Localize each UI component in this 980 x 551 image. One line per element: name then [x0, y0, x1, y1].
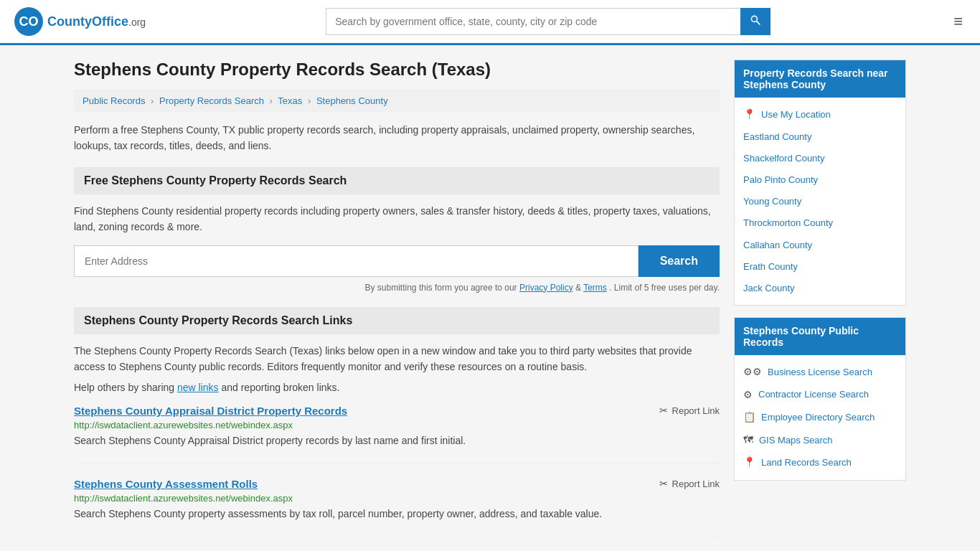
sidebar-item-jack[interactable]: Jack County	[735, 278, 905, 299]
svg-point-2	[752, 16, 758, 22]
links-section-header: Stephens County Property Records Search …	[74, 307, 720, 334]
record-link-item-2: Stephens County Assessment Rolls ✂ Repor…	[74, 478, 720, 537]
address-search-button[interactable]: Search	[639, 245, 720, 277]
address-search-form: Search	[74, 245, 720, 277]
page-title: Stephens County Property Records Search …	[74, 60, 720, 80]
gear-icon: ⚙	[743, 388, 753, 402]
record-desc-2: Search Stephens County property assessme…	[74, 507, 720, 522]
privacy-policy-link[interactable]: Privacy Policy	[519, 283, 573, 293]
header-search-button[interactable]	[740, 8, 771, 35]
svg-line-3	[757, 22, 760, 25]
public-records-list: ⚙⚙ Business License Search ⚙ Contractor …	[735, 355, 905, 480]
links-section: Stephens County Property Records Search …	[74, 307, 720, 537]
sidebar-item-land-records[interactable]: 📍 Land Records Search	[735, 451, 905, 474]
sidebar-item-young[interactable]: Young County	[735, 191, 905, 212]
nearby-counties-title: Property Records Search near Stephens Co…	[735, 60, 905, 98]
employee-icon: 📋	[743, 410, 755, 425]
record-url-1: http://iswdataclient.azurewebsites.net/w…	[74, 420, 720, 430]
sidebar-item-shackelford[interactable]: Shackelford County	[735, 148, 905, 169]
breadcrumb-property-records-search[interactable]: Property Records Search	[159, 95, 264, 106]
links-desc: The Stephens County Property Records Sea…	[74, 343, 720, 375]
breadcrumb-stephens-county[interactable]: Stephens County	[316, 95, 388, 106]
logo-text: CountyOffice.org	[47, 14, 146, 29]
address-search-input[interactable]	[74, 245, 639, 277]
form-disclaimer: By submitting this form you agree to our…	[74, 283, 720, 293]
sidebar-item-employee-directory[interactable]: 📋 Employee Directory Search	[735, 406, 905, 429]
sidebar-item-business-license[interactable]: ⚙⚙ Business License Search	[735, 361, 905, 384]
main-container: Stephens County Property Records Search …	[60, 45, 920, 551]
sidebar-item-callahan[interactable]: Callahan County	[735, 235, 905, 256]
svg-text:CO: CO	[19, 14, 39, 29]
content-area: Stephens County Property Records Search …	[74, 60, 720, 551]
sidebar-item-throckmorton[interactable]: Throckmorton County	[735, 212, 905, 234]
sidebar-item-gis-maps[interactable]: 🗺 GIS Maps Search	[735, 429, 905, 452]
breadcrumb-public-records[interactable]: Public Records	[83, 95, 145, 106]
sidebar-item-use-location[interactable]: 📍 Use My Location	[735, 103, 905, 126]
scissors-icon-1: ✂	[659, 405, 668, 416]
header-search-input[interactable]	[326, 8, 740, 35]
terms-link[interactable]: Terms	[583, 283, 607, 293]
breadcrumb: Public Records › Property Records Search…	[74, 90, 720, 112]
sidebar-item-eastland[interactable]: Eastland County	[735, 126, 905, 148]
gear-double-icon: ⚙⚙	[743, 365, 762, 380]
public-records-section: Stephens County Public Records ⚙⚙ Busine…	[734, 317, 906, 481]
report-link-button-2[interactable]: ✂ Report Link	[659, 478, 720, 489]
hamburger-menu-button[interactable]: ≡	[951, 9, 966, 34]
site-header: CO CountyOffice.org ≡	[0, 0, 980, 45]
nearby-counties-list: 📍 Use My Location Eastland County Shacke…	[735, 98, 905, 305]
record-link-title-1[interactable]: Stephens County Appraisal District Prope…	[74, 405, 347, 417]
logo-icon: CO	[14, 7, 43, 36]
sidebar-item-erath[interactable]: Erath County	[735, 256, 905, 278]
record-link-title-2[interactable]: Stephens County Assessment Rolls	[74, 478, 258, 490]
logo-area: CO CountyOffice.org	[14, 7, 146, 36]
new-links-link[interactable]: new links	[177, 382, 219, 393]
free-search-desc: Find Stephens County residential propert…	[74, 203, 720, 235]
record-url-2: http://iswdataclient.azurewebsites.net/w…	[74, 493, 720, 504]
map-icon: 🗺	[743, 433, 753, 448]
scissors-icon-2: ✂	[659, 478, 668, 489]
share-links-text: Help others by sharing new links and rep…	[74, 382, 720, 393]
free-search-section-header: Free Stephens County Property Records Se…	[74, 167, 720, 194]
sidebar-item-contractor-license[interactable]: ⚙ Contractor License Search	[735, 384, 905, 407]
record-desc-1: Search Stephens County Appraisal Distric…	[74, 433, 720, 448]
sidebar: Property Records Search near Stephens Co…	[734, 60, 906, 551]
land-icon: 📍	[743, 456, 755, 470]
location-pin-icon: 📍	[743, 108, 755, 122]
sidebar-item-palo-pinto[interactable]: Palo Pinto County	[735, 169, 905, 191]
record-link-item: Stephens County Appraisal District Prope…	[74, 405, 720, 463]
breadcrumb-texas[interactable]: Texas	[278, 95, 302, 106]
intro-text: Perform a free Stephens County, TX publi…	[74, 122, 720, 154]
header-search-form	[326, 8, 771, 35]
nearby-counties-section: Property Records Search near Stephens Co…	[734, 60, 906, 306]
report-link-button-1[interactable]: ✂ Report Link	[659, 405, 720, 416]
public-records-title: Stephens County Public Records	[735, 318, 905, 355]
